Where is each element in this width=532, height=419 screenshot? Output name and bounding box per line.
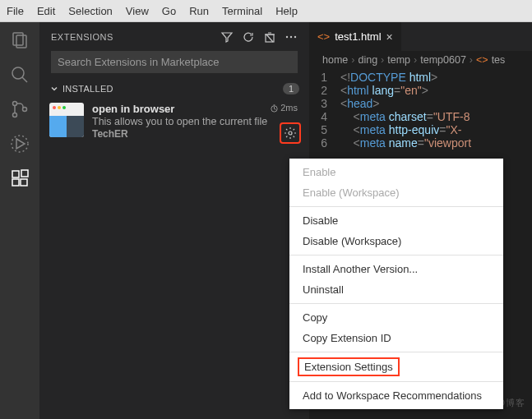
chevron-down-icon (49, 84, 59, 94)
explorer-icon[interactable] (10, 30, 30, 50)
installed-section-header[interactable]: INSTALLED 1 (39, 80, 309, 98)
svg-point-5 (13, 113, 17, 117)
menubar: FileEditSelectionViewGoRunTerminalHelp (0, 0, 532, 22)
code-line[interactable]: 1<!DOCTYPE html> (309, 71, 532, 84)
extension-context-menu: EnableEnable (Workspace)DisableDisable (… (289, 159, 503, 409)
close-tab-icon[interactable]: × (386, 30, 393, 44)
refresh-icon[interactable] (242, 30, 255, 44)
extension-manage-gear-button[interactable] (280, 122, 301, 144)
debug-icon[interactable] (10, 134, 30, 154)
menu-edit[interactable]: Edit (37, 5, 55, 17)
breadcrumb-segment[interactable]: home (322, 54, 348, 66)
svg-line-14 (266, 35, 273, 42)
menu-go[interactable]: Go (162, 5, 176, 17)
extensions-search-input[interactable] (51, 51, 298, 73)
svg-line-3 (22, 77, 27, 82)
menu-item-add-to-workspace-recommendations[interactable]: Add to Workspace Recommendations (289, 385, 503, 406)
menu-view[interactable]: View (126, 5, 149, 17)
menu-item-extension-settings[interactable]: Extension Settings (298, 357, 400, 376)
search-icon[interactable] (10, 65, 30, 85)
source-control-icon[interactable] (10, 99, 30, 119)
menu-help[interactable]: Help (275, 5, 298, 17)
extensions-icon[interactable] (10, 168, 30, 188)
svg-point-4 (13, 102, 17, 106)
html-file-icon: <> (317, 30, 330, 43)
code-line[interactable]: 6 <meta name="viewport (309, 136, 532, 150)
extension-publisher: TechER (92, 128, 299, 140)
svg-point-19 (289, 131, 292, 135)
menu-item-enable-workspace-: Enable (Workspace) (289, 182, 503, 203)
breadcrumb-segment[interactable]: temp0607 (420, 54, 466, 66)
code-line[interactable]: 4 <meta charset="UTF-8 (309, 110, 532, 123)
svg-point-16 (290, 35, 292, 37)
menu-selection[interactable]: Selection (68, 5, 112, 17)
extension-name: open in browser (92, 103, 299, 115)
menu-item-copy-extension-id[interactable]: Copy Extension ID (289, 328, 503, 348)
code-line[interactable]: 5 <meta http-equiv="X- (309, 123, 532, 136)
clear-icon[interactable] (263, 30, 276, 44)
menu-item-uninstall[interactable]: Uninstall (289, 279, 503, 300)
installed-count-badge: 1 (283, 83, 299, 94)
activity-bar (0, 22, 39, 419)
extension-description: This allows you to open the current file (92, 116, 299, 127)
code-line[interactable]: 2<html lang="en"> (309, 84, 532, 97)
menu-item-disable-workspace-[interactable]: Disable (Workspace) (289, 231, 503, 251)
menu-item-disable[interactable]: Disable (289, 210, 503, 231)
sidebar-title: EXTENSIONS (51, 32, 212, 42)
svg-point-17 (294, 35, 296, 37)
svg-point-2 (12, 67, 24, 79)
extension-item[interactable]: open in browser This allows you to open … (39, 98, 309, 145)
breadcrumb-segment[interactable]: tes (492, 54, 506, 66)
code-line[interactable]: 3<head> (309, 97, 532, 110)
svg-point-15 (286, 35, 288, 37)
editor-tabs: <> test1.html × (309, 22, 532, 51)
menu-file[interactable]: File (7, 5, 24, 17)
svg-rect-10 (12, 179, 19, 186)
editor-tab[interactable]: <> test1.html × (309, 22, 401, 51)
svg-point-6 (23, 108, 27, 112)
extension-activation-time: 2ms (270, 103, 298, 113)
more-icon[interactable] (285, 30, 298, 44)
extensions-sidebar: EXTENSIONS INSTALLED 1 open in browser T… (39, 22, 309, 419)
code-editor[interactable]: 1<!DOCTYPE html>2<html lang="en">3<head>… (309, 69, 532, 151)
svg-rect-12 (21, 170, 28, 177)
menu-item-copy[interactable]: Copy (289, 307, 503, 328)
breadcrumb-segment[interactable]: temp (387, 54, 410, 66)
svg-rect-11 (21, 179, 27, 186)
menu-run[interactable]: Run (189, 5, 209, 17)
breadcrumb-segment[interactable]: ding (358, 54, 377, 66)
breadcrumb[interactable]: home›ding›temp›temp0607›<>tes (309, 51, 532, 69)
filter-icon[interactable] (220, 30, 234, 44)
menu-terminal[interactable]: Terminal (222, 5, 262, 17)
extension-icon (49, 103, 84, 137)
html-file-icon: <> (476, 54, 488, 66)
menu-item-install-another-version-[interactable]: Install Another Version... (289, 259, 503, 279)
menu-item-enable: Enable (289, 162, 503, 182)
svg-marker-7 (16, 139, 25, 149)
svg-rect-9 (12, 171, 19, 177)
